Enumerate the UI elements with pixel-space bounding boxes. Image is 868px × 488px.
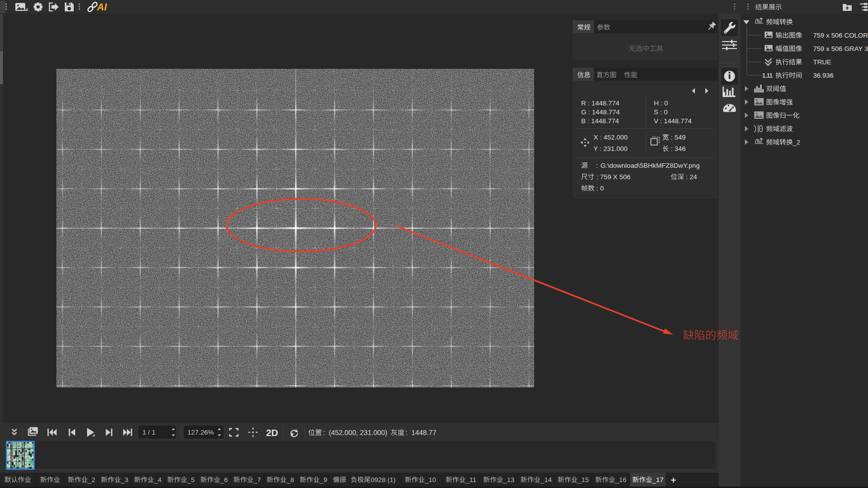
svg-text:_3: _3 [121, 476, 129, 484]
svg-text:36.936: 36.936 [813, 72, 833, 79]
svg-text:: 24: : 24 [684, 173, 697, 181]
svg-text:1 / 1: 1 / 1 [142, 429, 155, 436]
svg-text:: 759 X 506: : 759 X 506 [594, 173, 631, 181]
svg-text:1.11: 1.11 [762, 72, 773, 79]
svg-text:_8: _8 [286, 476, 294, 484]
svg-text:X : 452.000: X : 452.000 [594, 134, 628, 141]
svg-text:: (452.000, 231.000): : (452.000, 231.000) [323, 429, 387, 437]
svg-text:_16: _16 [615, 476, 627, 484]
svg-text:_9: _9 [320, 476, 327, 484]
svg-text:127.26%: 127.26% [187, 429, 214, 436]
svg-text:G:\download\5BHkMFZ8DwY.png: G:\download\5BHkMFZ8DwY.png [600, 162, 700, 169]
svg-text:: 346: : 346 [669, 145, 686, 152]
svg-text:V : 1448.774: V : 1448.774 [654, 117, 692, 125]
svg-text:_14: _14 [540, 476, 552, 484]
svg-text:_7: _7 [253, 476, 261, 484]
svg-text:2D: 2D [266, 428, 278, 438]
svg-text:_11: _11 [465, 476, 477, 484]
svg-text:: 549: : 549 [669, 134, 686, 141]
svg-text:B : 1448.774: B : 1448.774 [581, 117, 619, 125]
svg-text:G : 1448.774: G : 1448.774 [581, 108, 620, 116]
svg-text:0928 (1): 0928 (1) [370, 476, 395, 484]
svg-text:_2: _2 [792, 139, 800, 146]
svg-text:759 x 506 COLOR 3: 759 x 506 COLOR 3 [813, 32, 868, 39]
svg-text:_2: _2 [88, 476, 95, 484]
svg-text:759 x 506 GRAY 32: 759 x 506 GRAY 32 [813, 45, 868, 52]
svg-text::: : [596, 162, 598, 169]
svg-text:: 1448.77: : 1448.77 [406, 429, 436, 437]
svg-text:_6: _6 [220, 476, 228, 484]
svg-text:+: + [671, 475, 676, 485]
svg-text:_4: _4 [154, 476, 162, 484]
svg-text:: 0: : 0 [594, 185, 604, 192]
svg-text:R : 1448.774: R : 1448.774 [581, 99, 620, 107]
svg-text:_13: _13 [503, 476, 515, 484]
svg-text:TRUE: TRUE [813, 58, 831, 66]
svg-text:_17: _17 [652, 476, 664, 484]
svg-text:Y : 231.000: Y : 231.000 [594, 145, 628, 152]
svg-text:AI: AI [96, 1, 107, 12]
svg-text:_15: _15 [577, 476, 589, 484]
svg-text:S : 0: S : 0 [654, 108, 668, 116]
svg-text:H : 0: H : 0 [654, 99, 668, 107]
svg-text:_10: _10 [424, 476, 436, 484]
svg-text:_5: _5 [187, 476, 195, 484]
